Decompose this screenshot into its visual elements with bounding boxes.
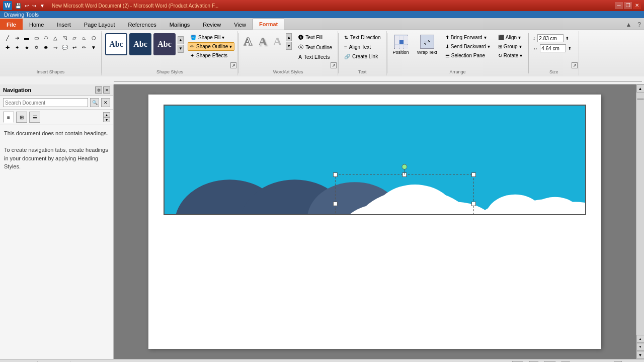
- group-btn[interactable]: ⊞ Group ▾: [496, 42, 525, 51]
- undo-arrow[interactable]: ↪: [31, 3, 37, 9]
- style-sample-1[interactable]: Abc: [105, 33, 127, 55]
- shape-rounded-rect[interactable]: ▭: [32, 33, 41, 42]
- text-effects-btn[interactable]: A Text Effects: [296, 53, 335, 61]
- undo-icon[interactable]: ↩: [24, 3, 30, 9]
- shape-starburst[interactable]: ✸: [41, 43, 50, 52]
- shape-styles-dialog[interactable]: ↗: [230, 62, 236, 68]
- tab-view[interactable]: View: [227, 19, 253, 30]
- tab-mailings[interactable]: Mailings: [163, 19, 196, 30]
- help-icon[interactable]: ?: [634, 20, 644, 30]
- shape-effects-btn[interactable]: ✦ Shape Effects: [188, 51, 234, 60]
- search-input[interactable]: [3, 98, 88, 107]
- send-backward-label: Send Backward: [451, 44, 486, 49]
- wordart-sample-shadow[interactable]: A: [257, 33, 269, 50]
- shape-freeform[interactable]: ✏: [79, 43, 89, 52]
- search-close-btn[interactable]: ✕: [101, 98, 110, 107]
- sidebar-tab-pages[interactable]: ⊞: [16, 112, 27, 123]
- wrap-text-btn[interactable]: ⇌ Wrap Text: [414, 32, 441, 57]
- bring-forward-btn[interactable]: ⬆ Bring Forward ▾: [443, 33, 493, 42]
- wordart-scroll-down[interactable]: ▼: [286, 42, 292, 50]
- align-text-btn[interactable]: ≡ Align Text: [342, 43, 383, 51]
- text-direction-btn[interactable]: ⇅ Text Direction: [342, 33, 383, 42]
- selection-pane-label: Selection Pane: [451, 53, 485, 58]
- save-icon[interactable]: 💾: [14, 3, 22, 9]
- shape-callout[interactable]: 💬: [60, 43, 69, 52]
- height-input[interactable]: [537, 34, 564, 42]
- tab-file[interactable]: File: [0, 19, 23, 30]
- nav-prev-btn[interactable]: ▲: [103, 112, 110, 117]
- restore-btn[interactable]: ❐: [624, 2, 632, 9]
- shape-curved-arrow[interactable]: ↩: [70, 43, 79, 52]
- group-arrow: ▾: [519, 44, 522, 49]
- tab-references[interactable]: References: [122, 19, 163, 30]
- style-sample-2[interactable]: Abc: [129, 33, 151, 55]
- wordart-scroll-up[interactable]: ▲: [286, 33, 292, 41]
- sidebar-tab-results[interactable]: ☰: [29, 112, 40, 123]
- style-scroll-down[interactable]: ▼: [178, 45, 184, 53]
- wordart-dialog[interactable]: ↗: [331, 62, 337, 68]
- shape-line[interactable]: ╱: [3, 33, 12, 42]
- minimize-btn[interactable]: ─: [615, 2, 623, 9]
- shape-fill-btn[interactable]: 🪣 Shape Fill ▾: [188, 33, 234, 42]
- shape-hex[interactable]: ⬡: [89, 33, 98, 42]
- more-icon[interactable]: ▼: [39, 3, 46, 9]
- rotate-btn[interactable]: ↻ Rotate ▾: [496, 51, 525, 60]
- vertical-scrollbar[interactable]: ▲ ▲ ▼ ▼: [636, 84, 644, 359]
- insert-shapes-content: ╱ ➔ ▬ ▭ ⬭ △ ◹ ▱ ⏢ ⬡ ✚ ✦ ★ ✡ ✸ ⇒ 💬 ↩ ✏ ▼: [2, 32, 99, 74]
- create-link-btn[interactable]: 🔗 Create Link: [342, 52, 383, 61]
- shape-right-arrow-btn[interactable]: ⇒: [51, 43, 60, 52]
- size-label: Size: [529, 69, 579, 74]
- align-btn[interactable]: ⬛ Align ▾: [496, 33, 525, 42]
- scroll-down-btn[interactable]: ▼: [636, 351, 645, 359]
- size-dialog[interactable]: ↗: [572, 62, 578, 68]
- tab-review[interactable]: Review: [196, 19, 227, 30]
- shape-triangle[interactable]: △: [51, 33, 60, 42]
- scroll-split-down[interactable]: ▼: [636, 343, 645, 351]
- wordart-sample-gradient[interactable]: A: [271, 33, 284, 50]
- position-btn[interactable]: Position: [389, 32, 413, 57]
- wordart-sample-outline[interactable]: A: [242, 33, 254, 50]
- tab-insert[interactable]: Insert: [50, 19, 77, 30]
- title-bar: W 💾 ↩ ↪ ▼ New Microsoft Word Document (2…: [0, 0, 644, 11]
- sidebar-tab-headings[interactable]: ≡: [3, 112, 14, 123]
- tab-home[interactable]: Home: [23, 19, 50, 30]
- shape-rtri[interactable]: ◹: [60, 33, 69, 42]
- scroll-thumb[interactable]: [637, 99, 644, 100]
- sidebar-title: Navigation: [3, 87, 31, 93]
- send-backward-btn[interactable]: ⬇ Send Backward ▾: [443, 42, 493, 51]
- scroll-split-up[interactable]: ▲: [636, 335, 645, 343]
- align-arrow: ▾: [518, 35, 521, 40]
- shape-cross[interactable]: ✚: [3, 43, 12, 52]
- text-buttons: ⇅ Text Direction ≡ Align Text 🔗 Create L…: [341, 32, 384, 62]
- canvas-area[interactable]: [164, 105, 586, 215]
- nav-next-btn[interactable]: ▼: [103, 117, 110, 122]
- sidebar-close-btn[interactable]: ✕: [103, 86, 110, 94]
- shape-rect[interactable]: ▬: [22, 33, 31, 42]
- ruler-svg: [114, 76, 644, 84]
- text-fill-btn[interactable]: 🅐 Text Fill: [296, 33, 335, 42]
- size-group: ↕ ⬍ ↔ ⬍ Size ↗: [529, 31, 579, 75]
- scroll-track[interactable]: [636, 93, 644, 335]
- shape-star5[interactable]: ★: [22, 43, 31, 52]
- close-btn[interactable]: ✕: [633, 2, 641, 9]
- tab-page-layout[interactable]: Page Layout: [77, 19, 122, 30]
- width-input[interactable]: [540, 44, 566, 52]
- shape-more[interactable]: ▼: [89, 43, 98, 52]
- shape-trap[interactable]: ⏢: [79, 33, 89, 42]
- shape-star4[interactable]: ✦: [13, 43, 22, 52]
- shape-oval[interactable]: ⬭: [41, 33, 50, 42]
- tab-format[interactable]: Format: [253, 19, 284, 30]
- shape-para[interactable]: ▱: [70, 33, 79, 42]
- document-area[interactable]: [114, 84, 636, 359]
- text-outline-btn[interactable]: Ⓐ Text Outline: [296, 42, 335, 52]
- sidebar-settings-btn[interactable]: ⚙: [95, 86, 102, 94]
- shape-star6[interactable]: ✡: [32, 43, 41, 52]
- selection-pane-btn[interactable]: ☰ Selection Pane: [443, 51, 493, 60]
- search-btn[interactable]: 🔍: [90, 98, 99, 107]
- scroll-up-btn[interactable]: ▲: [636, 84, 645, 93]
- ribbon-expand-icon[interactable]: ▲: [622, 20, 634, 30]
- style-sample-3[interactable]: Abc: [153, 33, 176, 55]
- shape-arrow[interactable]: ➔: [13, 33, 22, 42]
- style-scroll-up[interactable]: ▲: [178, 36, 184, 44]
- shape-outline-btn[interactable]: ✏ Shape Outline ▾: [188, 42, 234, 51]
